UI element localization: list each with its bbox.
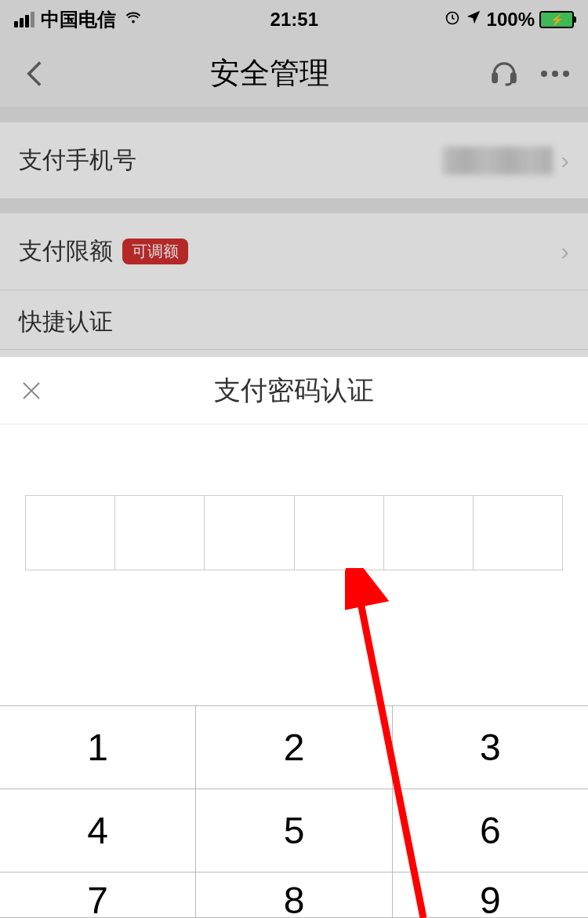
key-9[interactable]: 9	[393, 872, 588, 918]
status-time: 21:51	[270, 9, 318, 31]
back-button[interactable]	[19, 58, 50, 89]
more-icon[interactable]	[541, 71, 569, 77]
location-icon	[465, 9, 482, 31]
battery-icon: ⚡	[539, 11, 574, 28]
key-7[interactable]: 7	[0, 872, 196, 918]
phone-label: 支付手机号	[19, 144, 136, 177]
limit-badge: 可调额	[122, 239, 188, 264]
pin-box-5	[384, 496, 474, 570]
page-title: 安全管理	[210, 53, 329, 93]
pin-box-4	[295, 496, 384, 570]
carrier-label: 中国电信	[41, 7, 116, 32]
key-2[interactable]: 2	[196, 706, 392, 789]
limit-label: 支付限额	[19, 235, 113, 268]
chevron-right-icon: ›	[561, 237, 569, 266]
key-6[interactable]: 6	[393, 789, 588, 872]
key-1[interactable]: 1	[0, 706, 196, 789]
pin-box-3	[205, 496, 294, 570]
close-button[interactable]	[16, 375, 47, 406]
nav-header: 安全管理	[0, 39, 588, 108]
password-modal: 支付密码认证 1 2 3 4 5 6 7 8 9	[0, 357, 588, 918]
lock-icon	[445, 9, 460, 31]
pin-box-1	[26, 496, 115, 570]
svg-rect-1	[493, 73, 497, 82]
pin-input[interactable]	[25, 495, 563, 570]
pin-box-2	[115, 496, 205, 570]
quick-auth-header: 快捷认证	[0, 290, 588, 350]
list-item-limit[interactable]: 支付限额 可调额 ›	[0, 213, 588, 290]
numeric-keypad: 1 2 3 4 5 6 7 8 9	[0, 705, 588, 918]
status-bar: 中国电信 21:51 100% ⚡	[0, 0, 588, 39]
key-3[interactable]: 3	[393, 706, 588, 789]
key-5[interactable]: 5	[196, 789, 392, 872]
list-item-phone[interactable]: 支付手机号 ›	[0, 122, 588, 199]
svg-rect-2	[512, 73, 516, 82]
wifi-icon	[122, 9, 144, 31]
signal-icon	[14, 12, 34, 27]
key-4[interactable]: 4	[0, 789, 196, 872]
key-8[interactable]: 8	[196, 872, 392, 918]
phone-value-redacted	[443, 147, 553, 175]
battery-percent: 100%	[487, 9, 535, 31]
chevron-right-icon: ›	[561, 146, 569, 175]
modal-title: 支付密码认证	[214, 373, 374, 409]
pin-box-6	[474, 496, 562, 570]
headset-icon[interactable]	[489, 57, 519, 90]
